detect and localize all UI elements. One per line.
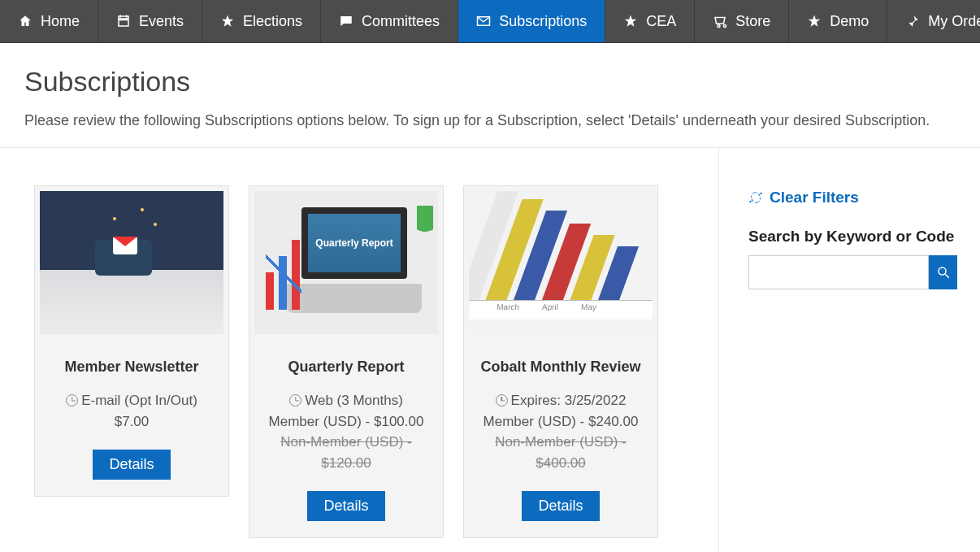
card-member-price: Member (USD) - $240.00 <box>469 411 653 432</box>
pin-icon <box>905 14 920 28</box>
nav-subscriptions[interactable]: Subscriptions <box>458 0 605 42</box>
nav-label: Elections <box>243 13 302 30</box>
home-icon <box>18 14 33 28</box>
subscription-card: Member Newsletter E-mail (Opt In/Out) $7… <box>34 185 229 497</box>
nav-home[interactable]: Home <box>0 0 98 42</box>
card-nonmember-price: Non-Member (USD) - $120.00 <box>254 432 438 473</box>
subscription-card: March April May Cobalt Monthly Review Ex… <box>463 185 658 538</box>
nav-label: Demo <box>830 13 869 30</box>
card-image: Quarterly Report <box>254 191 438 334</box>
star-icon <box>623 14 638 28</box>
svg-point-0 <box>939 267 946 275</box>
card-delivery: Expires: 3/25/2022 <box>469 390 653 411</box>
clock-icon <box>496 394 508 406</box>
nav-demo[interactable]: Demo <box>789 0 887 42</box>
card-nonmember-price: Non-Member (USD) - $400.00 <box>469 432 653 473</box>
card-member-price: Member (USD) - $100.00 <box>254 411 438 432</box>
cart-icon <box>713 14 727 28</box>
card-image <box>40 191 223 334</box>
clock-icon <box>66 394 78 406</box>
nav-label: Subscriptions <box>499 13 587 30</box>
details-button[interactable]: Details <box>307 491 384 521</box>
nav-elections[interactable]: Elections <box>202 0 321 42</box>
nav-events[interactable]: Events <box>98 0 202 42</box>
top-nav: Home Events Elections Committees Subscri… <box>0 0 980 43</box>
page-header: Subscriptions Please review the followin… <box>0 43 980 148</box>
card-delivery: Web (3 Months) <box>254 390 438 411</box>
star-icon <box>807 14 822 28</box>
card-image-label: Quarterly Report <box>301 207 407 279</box>
card-image: March April May <box>469 191 653 334</box>
nav-label: Committees <box>362 13 440 30</box>
search-input[interactable] <box>748 255 929 289</box>
card-price: $7.00 <box>40 411 223 432</box>
clear-filters-link[interactable]: Clear Filters <box>748 189 957 206</box>
nav-store[interactable]: Store <box>695 0 789 42</box>
search-button[interactable] <box>929 255 957 289</box>
filter-sidebar: Clear Filters Search by Keyword or Code <box>718 148 980 552</box>
details-button[interactable]: Details <box>93 450 170 480</box>
nav-my-orders[interactable]: My Orders <box>887 0 980 42</box>
nav-label: Events <box>139 13 184 30</box>
details-button[interactable]: Details <box>522 491 599 521</box>
refresh-icon <box>748 190 763 205</box>
calendar-icon <box>116 14 131 28</box>
subscription-card: Quarterly Report Quarterly Report Web (3… <box>249 185 444 538</box>
card-delivery: E-mail (Opt In/Out) <box>40 390 223 411</box>
search-icon <box>936 265 951 280</box>
card-title: Cobalt Monthly Review <box>477 359 644 376</box>
nav-cea[interactable]: CEA <box>605 0 695 42</box>
page-subtitle: Please review the following Subscription… <box>24 112 956 129</box>
nav-committees[interactable]: Committees <box>321 0 458 42</box>
card-title: Member Newsletter <box>48 359 215 376</box>
clock-icon <box>289 394 301 406</box>
search-label: Search by Keyword or Code <box>748 228 957 246</box>
nav-label: My Orders <box>928 13 980 30</box>
subscription-cards: Member Newsletter E-mail (Opt In/Out) $7… <box>0 148 718 552</box>
page-title: Subscriptions <box>24 66 956 98</box>
card-title: Quarterly Report <box>262 359 430 376</box>
nav-label: Home <box>41 13 80 30</box>
envelope-icon <box>476 14 491 28</box>
nav-label: Store <box>735 13 770 30</box>
nav-label: CEA <box>646 13 676 30</box>
star-icon <box>220 14 235 28</box>
chat-icon <box>339 14 353 28</box>
clear-filters-label: Clear Filters <box>770 189 859 206</box>
